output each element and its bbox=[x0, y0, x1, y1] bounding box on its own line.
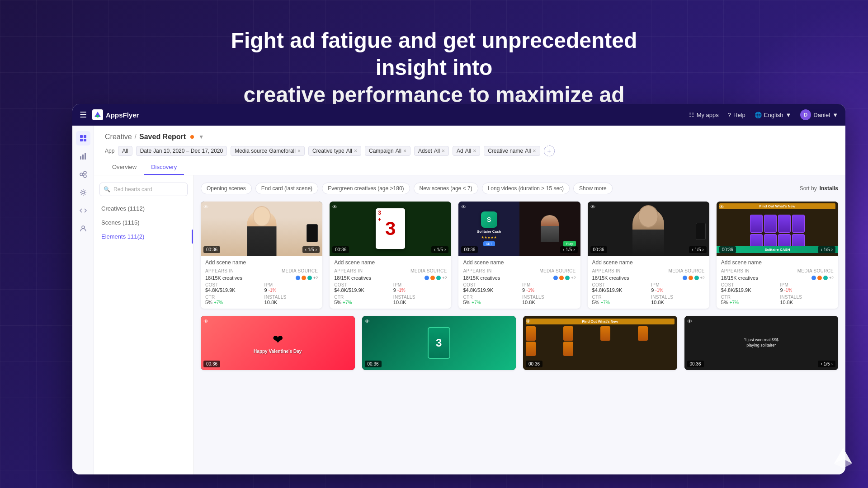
ipm-label: IPM bbox=[393, 282, 447, 287]
search-input[interactable] bbox=[99, 183, 188, 196]
metric-ctr: CTR 5% +7% bbox=[721, 295, 775, 305]
app-filter-chip[interactable]: All bbox=[118, 146, 132, 156]
filter-opening-scenes[interactable]: Opening scenes bbox=[201, 183, 252, 194]
ipm-delta: -1% bbox=[655, 288, 663, 293]
nav-item-scenes[interactable]: Scenes (1115) bbox=[94, 216, 193, 230]
creative-type-chip[interactable]: Creative type All × bbox=[308, 146, 361, 156]
filter-evergreen[interactable]: Evergreen creatives (age >180) bbox=[322, 183, 410, 194]
sidebar-icon-code[interactable] bbox=[76, 203, 90, 218]
sidebar-icon-user[interactable] bbox=[76, 221, 90, 236]
nav-label-creatives: Creatives (1112) bbox=[101, 205, 145, 212]
card-metrics: COST $4.8K/$19.9K IPM 9 -1% bbox=[205, 282, 318, 293]
gold-tile bbox=[526, 342, 536, 356]
card-meta-vals: 18/15K creatives +2 bbox=[592, 275, 705, 281]
nav-item-elements[interactable]: Elements 111(2) bbox=[94, 230, 193, 244]
help-nav[interactable]: ? Help bbox=[728, 112, 745, 118]
nav-item-creatives[interactable]: Creatives (1112) bbox=[94, 202, 193, 216]
globe-icon: 🌐 bbox=[755, 112, 762, 118]
creative-name-value: All bbox=[525, 148, 531, 154]
browser-window: ☰ AppsFlyer ☷ My apps ? Help 🌐 Engli bbox=[72, 104, 845, 474]
media-source-label: MEDIA SOURCE bbox=[539, 268, 576, 273]
nav-prev-icon: ‹ bbox=[821, 361, 822, 366]
cost-val: $4.8K/$19.9K bbox=[205, 287, 259, 293]
media-source-chip[interactable]: Media source Gameforall × bbox=[231, 146, 305, 156]
sidebar-icon-settings[interactable] bbox=[76, 185, 90, 200]
nav-next-icon: › bbox=[831, 247, 833, 252]
show-more-button[interactable]: Show more bbox=[573, 183, 613, 194]
breadcrumb-caret-icon[interactable]: ▼ bbox=[198, 134, 204, 140]
adset-chip[interactable]: Adset All × bbox=[414, 146, 449, 156]
sort-value[interactable]: Installs bbox=[820, 185, 838, 192]
set-badge: SET bbox=[483, 241, 495, 246]
chevron-down-icon: ▼ bbox=[785, 112, 791, 118]
right-content: Opening scenes End card (last scene) Eve… bbox=[193, 175, 845, 474]
nav-position: 1/5 bbox=[824, 361, 830, 366]
card-title: Add scene name bbox=[592, 259, 705, 266]
table-row: 3 ♦ 3 👁 00:36 bbox=[330, 202, 451, 309]
card-metrics: COST $4.8K/$19.9K IPM 9 -1% bbox=[463, 282, 576, 293]
campaign-chip[interactable]: Campaign All × bbox=[365, 146, 410, 156]
cost-val: $4.8K/$19.9K bbox=[592, 287, 646, 293]
sidebar-icon-chart[interactable] bbox=[76, 149, 90, 164]
tab-discovery[interactable]: Discovery bbox=[144, 160, 184, 175]
appears-val: 18/15K creatives bbox=[721, 275, 758, 281]
language-nav[interactable]: 🌐 English ▼ bbox=[755, 112, 792, 118]
creative-type-close-icon[interactable]: × bbox=[354, 148, 357, 154]
filter-new-scenes[interactable]: New scenes (age < 7) bbox=[414, 183, 478, 194]
date-filter-chip[interactable]: Date Jan 10, 2020 – Dec 17, 2020 bbox=[136, 146, 227, 156]
card-thumbnail-findout[interactable]: Find Out What's New bbox=[523, 316, 677, 370]
phone-icon bbox=[696, 223, 706, 240]
source-dots: +2 bbox=[683, 275, 705, 281]
stars: ★★★★★ bbox=[481, 235, 497, 239]
duration-badge: 00:36 bbox=[332, 246, 349, 253]
nav-position: 1/5 bbox=[308, 247, 314, 252]
nav-next-icon: › bbox=[573, 247, 575, 252]
adset-close-icon[interactable]: × bbox=[442, 148, 445, 154]
card-thumbnail-quote[interactable]: "I just won real $$$playing solitaire" 👁… bbox=[684, 316, 839, 370]
filter-end-card[interactable]: End card (last scene) bbox=[255, 183, 318, 194]
svg-point-13 bbox=[82, 191, 85, 194]
card-thumbnail-3[interactable]: S Solitaire Cash ★★★★★ SET bbox=[458, 202, 580, 256]
campaign-close-icon[interactable]: × bbox=[403, 148, 406, 154]
ad-chip[interactable]: Ad All × bbox=[453, 146, 480, 156]
svg-line-12 bbox=[83, 174, 84, 176]
cards-grid: 👁 00:36 ‹ 1/5 › Add scene name bbox=[201, 202, 838, 309]
my-apps-nav[interactable]: ☷ My apps bbox=[689, 112, 719, 118]
ad-close-icon[interactable]: × bbox=[473, 148, 476, 154]
gold-tile bbox=[563, 342, 573, 356]
appears-val: 18/15K creatives bbox=[592, 275, 629, 281]
breadcrumb-parent[interactable]: Creative bbox=[105, 133, 132, 141]
app-filter-label: App bbox=[105, 148, 114, 154]
cost-label: COST bbox=[334, 282, 388, 287]
media-source-close-icon[interactable]: × bbox=[297, 148, 301, 154]
menu-icon[interactable]: ☰ bbox=[80, 110, 87, 120]
nav-badge: ‹ 1/5 › bbox=[818, 361, 835, 367]
creative-type-label: Creative type bbox=[312, 148, 344, 154]
card-thumbnail-2[interactable]: 3 ♦ 3 👁 00:36 bbox=[330, 202, 451, 256]
installs-val: 10.8K bbox=[522, 300, 576, 305]
ipm-delta: -1% bbox=[269, 288, 277, 293]
card-thumbnail-4[interactable]: 👁 00:36 ‹ 1/5 › bbox=[588, 202, 709, 256]
sidebar-icon-links[interactable] bbox=[76, 167, 90, 182]
source-dot-1 bbox=[811, 276, 816, 280]
creative-name-chip[interactable]: Creative name All × bbox=[484, 146, 540, 156]
user-nav[interactable]: D Daniel ▼ bbox=[800, 109, 838, 120]
visibility-icon: 👁 bbox=[332, 204, 337, 210]
card-thumbnail-1[interactable]: 👁 00:36 ‹ 1/5 › bbox=[201, 202, 322, 256]
creative-name-close-icon[interactable]: × bbox=[533, 148, 536, 154]
add-filter-button[interactable]: + bbox=[544, 145, 555, 156]
cost-label: COST bbox=[721, 282, 775, 287]
source-dot-1 bbox=[296, 276, 300, 280]
filter-long-videos[interactable]: Long videos (duration > 15 sec) bbox=[482, 183, 570, 194]
tabs: Overview Discovery bbox=[105, 160, 835, 175]
campaign-value: All bbox=[396, 148, 401, 154]
metric-ctr: CTR 5% +7% bbox=[592, 295, 646, 305]
sidebar-icon-grid[interactable] bbox=[76, 131, 90, 145]
card-thumbnail-5[interactable]: Find Out What's New bbox=[717, 202, 838, 256]
card-metrics-2: CTR 5% +7% INSTALLS 10.8K bbox=[463, 295, 576, 305]
metric-installs: INSTALLS 10.8K bbox=[264, 295, 318, 305]
card-thumbnail-green[interactable]: 3 👁 00:36 bbox=[362, 316, 516, 370]
valentines-bg: ❤ Happy Valentine's Day bbox=[201, 316, 355, 370]
card-thumbnail-val[interactable]: ❤ Happy Valentine's Day 👁 00:36 bbox=[201, 316, 355, 370]
tab-overview[interactable]: Overview bbox=[105, 160, 144, 175]
